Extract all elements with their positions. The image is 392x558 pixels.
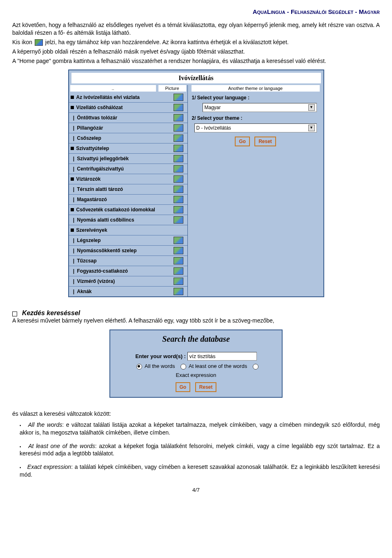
list-item[interactable]: |Légszelep xyxy=(69,235,187,245)
picture-icon[interactable] xyxy=(174,165,183,173)
item-label: Szivattyútelep xyxy=(76,146,174,151)
left-header-picture: Picture xyxy=(158,85,186,92)
picture-icon[interactable] xyxy=(174,186,183,193)
picture-icon xyxy=(35,39,43,46)
item-label: Nyomás alatti csőbilincs xyxy=(77,217,174,223)
square-bullet-icon xyxy=(71,147,74,150)
picture-icon[interactable] xyxy=(174,237,183,244)
item-label: Csőszelep xyxy=(77,135,174,141)
picture-icon[interactable] xyxy=(174,216,183,224)
reset-button[interactable]: Reset xyxy=(254,137,276,146)
list-item[interactable]: Csővezeték csatlakozó idomokkal xyxy=(69,204,187,215)
list-item[interactable]: |Centrifugálszivattyú xyxy=(69,164,187,174)
left-column: .. Picture Az ivóvízellátás elvi vázlata… xyxy=(69,85,188,296)
picture-icon[interactable] xyxy=(174,206,183,213)
picture-icon[interactable] xyxy=(174,257,183,264)
picture-icon[interactable] xyxy=(174,267,183,275)
theme-dropdown[interactable]: D - Ivóvízellátás ▼ xyxy=(194,123,317,132)
list-item[interactable]: |Nyomáscsökkentő szelep xyxy=(69,245,187,255)
indent-bar-icon: | xyxy=(71,166,77,172)
search-go-button[interactable]: Go xyxy=(176,382,191,392)
indent-bar-icon: | xyxy=(71,248,77,253)
options-list: All the words: e változat találati listá… xyxy=(20,421,380,479)
panel-title: Ivóvízellátás xyxy=(71,73,321,83)
intro-paragraph-2: Kis ikon jelzi, ha egy támához kép van h… xyxy=(12,38,380,46)
intro2b: jelzi, ha egy támához kép van hozzárende… xyxy=(45,39,289,45)
option-name: All the words xyxy=(28,421,62,428)
picture-icon[interactable] xyxy=(174,145,183,152)
left-header-dots: .. xyxy=(70,85,156,92)
list-item[interactable]: Szerelvények xyxy=(69,225,187,235)
list-item[interactable]: |Nyomás alatti csőbilincs xyxy=(69,215,187,225)
indent-bar-icon: | xyxy=(71,217,77,223)
options-lead: és választ a keresési változatok között: xyxy=(12,410,380,418)
picture-icon[interactable] xyxy=(174,288,183,295)
indent-bar-icon: | xyxy=(71,268,77,274)
list-item[interactable]: Vízellátó csőhálózat xyxy=(69,102,187,112)
list-item[interactable]: |Szivattyú jelleggörbék xyxy=(69,153,187,164)
search-title: Search the database xyxy=(110,330,282,350)
radio-exact[interactable] xyxy=(253,364,258,370)
list-item[interactable]: |Térszín alatti tározó xyxy=(69,184,187,194)
list-item[interactable]: |Fogyasztó-csatlakozó xyxy=(69,266,187,276)
search-input[interactable]: víz tisztítás xyxy=(187,352,257,361)
item-label: Térszín alatti tározó xyxy=(77,186,174,192)
theme-panel: Ivóvízellátás .. Picture Az ivóvízellátá… xyxy=(68,69,324,297)
indent-bar-icon: | xyxy=(71,135,77,141)
indent-bar-icon: | xyxy=(71,258,77,264)
list-item[interactable]: Szivattyútelep xyxy=(69,143,187,153)
list-item[interactable]: |Csőszelep xyxy=(69,133,187,143)
item-label: Vízellátó csőhálózat xyxy=(76,105,174,110)
right-header: Another theme or language xyxy=(192,85,320,92)
list-item[interactable]: Az ivóvízellátás elvi vázlata xyxy=(69,92,187,102)
indent-bar-icon: | xyxy=(71,278,77,284)
indent-bar-icon: | xyxy=(71,186,77,192)
opt-exact: Exact expression xyxy=(176,372,216,378)
picture-icon[interactable] xyxy=(174,196,183,203)
picture-icon[interactable] xyxy=(174,278,183,285)
chevron-down-icon: ▼ xyxy=(308,104,315,111)
picture-icon[interactable] xyxy=(174,94,183,101)
picture-icon[interactable] xyxy=(174,247,183,254)
intro-paragraph-4: A "Home page" gombra kattintva a felhasz… xyxy=(12,57,380,65)
list-item[interactable]: Víztározók xyxy=(69,174,187,184)
option-desc: : e változat találati listája azokat a k… xyxy=(20,421,380,436)
indent-bar-icon: | xyxy=(71,197,77,202)
intro2a: Kis ikon xyxy=(12,39,34,45)
square-bullet-icon xyxy=(71,106,74,109)
radio-all-words[interactable] xyxy=(136,364,142,370)
item-label: Az ivóvízellátás elvi vázlata xyxy=(76,94,174,100)
option-name: At least one of the words xyxy=(28,443,95,449)
list-item[interactable]: |Vízmérő (vízóra) xyxy=(69,276,187,286)
radio-at-least-one[interactable] xyxy=(180,364,186,370)
language-dropdown[interactable]: Magyar ▼ xyxy=(203,103,317,112)
item-label: Vízmérő (vízóra) xyxy=(77,278,174,284)
picture-icon[interactable] xyxy=(174,155,183,162)
picture-icon[interactable] xyxy=(174,104,183,111)
list-item[interactable]: |Tűzcsap xyxy=(69,255,187,266)
opt-at-least: At least one of the words xyxy=(189,363,247,369)
picture-icon[interactable] xyxy=(174,175,183,183)
item-label: Tűzcsap xyxy=(77,258,174,264)
picture-icon[interactable] xyxy=(174,134,183,142)
select-theme-label: 2/ Select your theme : xyxy=(192,115,319,121)
option-at-least-one: At least one of the words: azokat a képe… xyxy=(20,442,380,458)
search-panel: Search the database Enter your word(s) :… xyxy=(109,329,283,398)
go-button[interactable]: Go xyxy=(235,137,250,146)
bullet-icon xyxy=(12,311,17,316)
section-line: A keresési művelet bármely nyelven elérh… xyxy=(12,317,380,325)
page-header: AquaLingua - Felhasználói Segédlet - Mag… xyxy=(12,8,380,15)
search-reset-button[interactable]: Reset xyxy=(195,382,217,392)
picture-icon[interactable] xyxy=(174,124,183,132)
item-label: Víztározók xyxy=(76,176,174,182)
picture-icon[interactable] xyxy=(174,114,183,121)
list-item[interactable]: |Magastározó xyxy=(69,194,187,204)
item-label: Pillangózár xyxy=(77,125,174,131)
list-item[interactable]: |Pillangózár xyxy=(69,123,187,133)
indent-bar-icon: | xyxy=(71,115,77,121)
list-item[interactable]: |Öntöttvas tolózár xyxy=(69,112,187,123)
enter-words-label: Enter your word(s) : xyxy=(135,353,186,359)
item-label: Aknák xyxy=(77,289,174,294)
square-bullet-icon xyxy=(71,208,74,211)
list-item[interactable]: |Aknák xyxy=(69,286,187,296)
